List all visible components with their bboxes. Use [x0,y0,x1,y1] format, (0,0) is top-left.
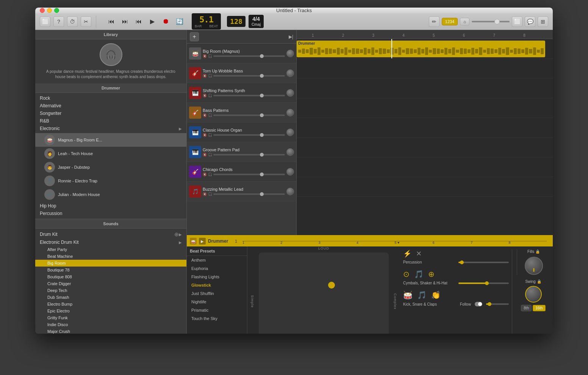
sound-item-gritty-funk[interactable]: Gritty Funk [35,314,186,321]
beat-preset-flashing-lights[interactable]: Flashing Lights [187,273,247,281]
drum-kit-add-icon[interactable]: ⊕ [174,231,179,237]
headphones-icon-3[interactable]: 🎧 [208,94,212,97]
drummer-item-magnus[interactable]: 🥁 Magnus - Big Room E... [35,133,186,147]
smart-button[interactable]: 1234 [442,18,458,25]
pad-dot[interactable] [328,282,335,289]
track-knob-pad[interactable] [286,148,294,156]
lightning-icon[interactable]: ⚡ [403,249,411,258]
mute-icon-4[interactable]: 🔇 [203,113,207,117]
x-icon[interactable]: ✕ [416,249,422,258]
track-fader-wobble[interactable] [213,75,285,77]
track-knob-synth[interactable] [286,89,294,97]
sound-item-electro-bump[interactable]: Electro Bump [35,301,186,308]
tempo-display[interactable]: 128 [227,16,246,27]
track-knob-chords[interactable] [286,168,294,176]
headphones-icon-6[interactable]: 🎧 [208,153,212,157]
percussion-slider[interactable] [458,262,509,263]
sound-category-drumkit[interactable]: Drum Kit ⊕ ▶ [35,230,186,238]
mute-icon-7[interactable]: 🔇 [203,173,207,176]
track-fader-bigroom[interactable] [213,55,285,57]
track-knob-organ[interactable] [286,129,294,136]
minimize-button[interactable] [47,8,52,13]
share-icon[interactable]: ⊞ [538,16,548,27]
note-btn-8th[interactable]: 8th [521,305,532,311]
track-knob-wobble[interactable] [286,69,294,77]
kick-icon[interactable]: 🥁 [403,290,413,300]
sound-item-boutique-808[interactable]: Boutique 808 [35,273,186,280]
headphones-icon[interactable]: 🎧 [208,54,212,58]
sound-item-big-room[interactable]: Big Room [35,260,186,267]
mute-icon-8[interactable]: 🔇 [203,192,207,196]
drummer-item-ronnie[interactable]: 🎵 Ronnie - Electro Trap [35,174,186,188]
time-signature[interactable]: 4/4 Cmaj [249,15,264,28]
beat-preset-prismatic[interactable]: Prismatic [187,306,247,314]
follow-toggle[interactable] [475,302,482,306]
mute-icon[interactable]: 🔇 [203,54,207,58]
track-fader-pad[interactable] [213,154,285,155]
drummer-category-electronic[interactable]: Electronic ▶ [35,125,186,132]
fast-forward-button[interactable]: ⏭ [119,16,131,27]
beat-preset-glowstick[interactable]: Glowstick [187,281,247,289]
maximize-view-icon[interactable]: ⬜ [512,16,522,27]
chat-icon[interactable]: 💬 [525,16,535,27]
beat-preset-touch-the-sky[interactable]: Touch the Sky [187,314,247,323]
sound-item-dub-smash[interactable]: Dub Smash [35,294,186,301]
sound-item-major-crush[interactable]: Major Crush [35,328,186,334]
sound-item-deep-tech[interactable]: Deep Tech [35,287,186,294]
track-fader-organ[interactable] [213,134,285,136]
drummer-pad-area[interactable]: Loud Soft Simple Complex [247,246,400,334]
sound-item-indie-disco[interactable]: Indie Disco [35,321,186,328]
kick-slider[interactable] [486,303,509,305]
headphones-icon-7[interactable]: 🎧 [208,173,212,176]
sound-item-epic-electro[interactable]: Epic Electro [35,308,186,314]
drummer-item-jasper[interactable]: 👨 Jasper - Dubstep [35,160,186,174]
sound-category-electronic-drumkit[interactable]: Electronic Drum Kit ▶ [35,238,186,246]
metronome-icon[interactable]: ⏱ [67,16,78,27]
cycle-button[interactable]: 🔄 [174,16,186,27]
beat-preset-anthem[interactable]: Anthem [187,256,247,264]
track-view-toggle[interactable]: ▶| [289,34,293,39]
library-icon[interactable]: ⬜ [40,16,50,27]
play-button[interactable]: ▶ [146,16,158,27]
track-fader-bass[interactable] [213,115,285,116]
mute-icon-5[interactable]: 🔇 [203,133,207,137]
swing-knob[interactable] [525,286,542,303]
go-to-start-button[interactable]: ⏮ [133,16,145,27]
note-btn-16th[interactable]: 16th [533,305,545,311]
sound-item-boutique-78[interactable]: Boutique 78 [35,267,186,273]
drummer-category-hiphop[interactable]: Hip Hop [35,202,186,210]
cymbal-icon[interactable]: ⊙ [403,270,410,279]
beat-preset-just-shufflin[interactable]: Just Shufflin [187,289,247,298]
pencil-icon[interactable]: ✏ [429,16,439,27]
help-icon[interactable]: ? [53,16,64,27]
drummer-category-songwriter[interactable]: Songwriter [35,110,186,117]
track-knob-bigroom[interactable] [286,50,294,57]
add-track-button[interactable]: + [190,32,199,41]
track-fader-synth[interactable] [213,95,285,96]
mute-icon-3[interactable]: 🔇 [203,94,207,97]
master-volume-slider[interactable] [472,21,510,22]
snare-icon[interactable]: 🎵 [417,290,427,300]
clap-icon[interactable]: 👏 [431,290,441,300]
track-knob-lead[interactable] [286,188,294,195]
scissors-icon[interactable]: ✂ [81,16,91,27]
drummer-region[interactable]: Drummer [297,41,545,57]
drummer-category-rock[interactable]: Rock [35,94,186,102]
track-knob-bass[interactable] [286,109,294,116]
headphones-icon-4[interactable]: 🎧 [208,113,212,117]
rewind-button[interactable]: ⏮ [105,16,117,27]
drummer-category-rnb[interactable]: R&B [35,117,186,125]
headphones-icon-5[interactable]: 🎧 [208,133,212,137]
record-button[interactable]: ⏺ [160,16,172,27]
headphones-icon-2[interactable]: 🎧 [208,74,212,78]
sound-item-after-party[interactable]: After Party [35,246,186,253]
drummer-category-alternative[interactable]: Alternative [35,102,186,110]
track-fader-lead[interactable] [213,193,285,195]
sound-item-beat-machine[interactable]: Beat Machine [35,253,186,260]
track-fader-chords[interactable] [213,174,285,175]
hihat-icon[interactable]: ⊕ [428,270,435,279]
beat-preset-euphoria[interactable]: Euphoria [187,264,247,273]
fills-knob[interactable] [525,257,543,275]
swing-lock-icon[interactable]: 🔒 [537,279,541,284]
drummer-category-percussion[interactable]: Percussion [35,210,186,217]
